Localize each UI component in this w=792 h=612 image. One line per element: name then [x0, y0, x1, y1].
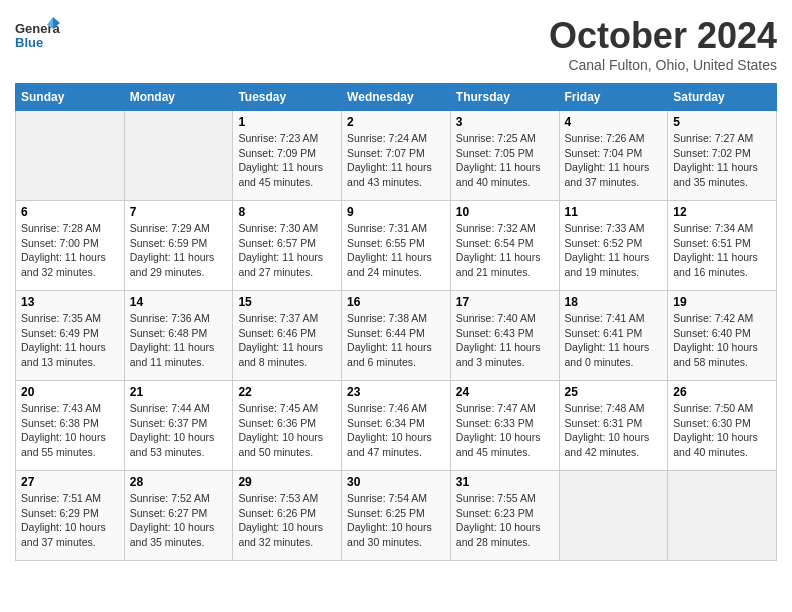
calendar-week-row: 1Sunrise: 7:23 AM Sunset: 7:09 PM Daylig…: [16, 111, 777, 201]
day-number: 5: [673, 115, 771, 129]
calendar-day: [124, 111, 233, 201]
day-number: 23: [347, 385, 445, 399]
calendar-day: 17Sunrise: 7:40 AM Sunset: 6:43 PM Dayli…: [450, 291, 559, 381]
calendar-day: 24Sunrise: 7:47 AM Sunset: 6:33 PM Dayli…: [450, 381, 559, 471]
day-number: 19: [673, 295, 771, 309]
calendar-header: SundayMondayTuesdayWednesdayThursdayFrid…: [16, 84, 777, 111]
calendar-day: 19Sunrise: 7:42 AM Sunset: 6:40 PM Dayli…: [668, 291, 777, 381]
day-number: 6: [21, 205, 119, 219]
day-number: 3: [456, 115, 554, 129]
day-number: 2: [347, 115, 445, 129]
day-number: 31: [456, 475, 554, 489]
day-number: 18: [565, 295, 663, 309]
calendar-day: 22Sunrise: 7:45 AM Sunset: 6:36 PM Dayli…: [233, 381, 342, 471]
calendar-day: [559, 471, 668, 561]
calendar-day: 7Sunrise: 7:29 AM Sunset: 6:59 PM Daylig…: [124, 201, 233, 291]
day-info: Sunrise: 7:33 AM Sunset: 6:52 PM Dayligh…: [565, 221, 663, 280]
day-info: Sunrise: 7:40 AM Sunset: 6:43 PM Dayligh…: [456, 311, 554, 370]
calendar-day: 2Sunrise: 7:24 AM Sunset: 7:07 PM Daylig…: [342, 111, 451, 201]
calendar-day: 14Sunrise: 7:36 AM Sunset: 6:48 PM Dayli…: [124, 291, 233, 381]
calendar-day: 6Sunrise: 7:28 AM Sunset: 7:00 PM Daylig…: [16, 201, 125, 291]
calendar-week-row: 20Sunrise: 7:43 AM Sunset: 6:38 PM Dayli…: [16, 381, 777, 471]
calendar-day: 1Sunrise: 7:23 AM Sunset: 7:09 PM Daylig…: [233, 111, 342, 201]
day-info: Sunrise: 7:47 AM Sunset: 6:33 PM Dayligh…: [456, 401, 554, 460]
day-info: Sunrise: 7:31 AM Sunset: 6:55 PM Dayligh…: [347, 221, 445, 280]
day-info: Sunrise: 7:52 AM Sunset: 6:27 PM Dayligh…: [130, 491, 228, 550]
calendar-day: 30Sunrise: 7:54 AM Sunset: 6:25 PM Dayli…: [342, 471, 451, 561]
calendar-day: 9Sunrise: 7:31 AM Sunset: 6:55 PM Daylig…: [342, 201, 451, 291]
weekday-header: Sunday: [16, 84, 125, 111]
calendar-day: 23Sunrise: 7:46 AM Sunset: 6:34 PM Dayli…: [342, 381, 451, 471]
calendar-day: 21Sunrise: 7:44 AM Sunset: 6:37 PM Dayli…: [124, 381, 233, 471]
calendar-day: 13Sunrise: 7:35 AM Sunset: 6:49 PM Dayli…: [16, 291, 125, 381]
weekday-header: Friday: [559, 84, 668, 111]
day-info: Sunrise: 7:27 AM Sunset: 7:02 PM Dayligh…: [673, 131, 771, 190]
day-info: Sunrise: 7:45 AM Sunset: 6:36 PM Dayligh…: [238, 401, 336, 460]
calendar-table: SundayMondayTuesdayWednesdayThursdayFrid…: [15, 83, 777, 561]
day-info: Sunrise: 7:51 AM Sunset: 6:29 PM Dayligh…: [21, 491, 119, 550]
day-info: Sunrise: 7:42 AM Sunset: 6:40 PM Dayligh…: [673, 311, 771, 370]
day-number: 29: [238, 475, 336, 489]
calendar-day: 20Sunrise: 7:43 AM Sunset: 6:38 PM Dayli…: [16, 381, 125, 471]
day-info: Sunrise: 7:34 AM Sunset: 6:51 PM Dayligh…: [673, 221, 771, 280]
month-title: October 2024: [549, 15, 777, 57]
day-number: 12: [673, 205, 771, 219]
calendar-day: 26Sunrise: 7:50 AM Sunset: 6:30 PM Dayli…: [668, 381, 777, 471]
day-info: Sunrise: 7:26 AM Sunset: 7:04 PM Dayligh…: [565, 131, 663, 190]
page-header: General Blue October 2024 Canal Fulton, …: [15, 15, 777, 73]
day-number: 4: [565, 115, 663, 129]
calendar-day: 29Sunrise: 7:53 AM Sunset: 6:26 PM Dayli…: [233, 471, 342, 561]
day-number: 16: [347, 295, 445, 309]
day-number: 30: [347, 475, 445, 489]
weekday-header: Monday: [124, 84, 233, 111]
calendar-day: 5Sunrise: 7:27 AM Sunset: 7:02 PM Daylig…: [668, 111, 777, 201]
calendar-day: 12Sunrise: 7:34 AM Sunset: 6:51 PM Dayli…: [668, 201, 777, 291]
calendar-day: 16Sunrise: 7:38 AM Sunset: 6:44 PM Dayli…: [342, 291, 451, 381]
day-number: 11: [565, 205, 663, 219]
title-block: October 2024 Canal Fulton, Ohio, United …: [549, 15, 777, 73]
day-info: Sunrise: 7:54 AM Sunset: 6:25 PM Dayligh…: [347, 491, 445, 550]
calendar-day: 25Sunrise: 7:48 AM Sunset: 6:31 PM Dayli…: [559, 381, 668, 471]
day-number: 1: [238, 115, 336, 129]
day-info: Sunrise: 7:28 AM Sunset: 7:00 PM Dayligh…: [21, 221, 119, 280]
day-info: Sunrise: 7:46 AM Sunset: 6:34 PM Dayligh…: [347, 401, 445, 460]
day-info: Sunrise: 7:41 AM Sunset: 6:41 PM Dayligh…: [565, 311, 663, 370]
day-info: Sunrise: 7:44 AM Sunset: 6:37 PM Dayligh…: [130, 401, 228, 460]
day-number: 26: [673, 385, 771, 399]
day-info: Sunrise: 7:24 AM Sunset: 7:07 PM Dayligh…: [347, 131, 445, 190]
calendar-day: 28Sunrise: 7:52 AM Sunset: 6:27 PM Dayli…: [124, 471, 233, 561]
calendar-day: [16, 111, 125, 201]
day-info: Sunrise: 7:55 AM Sunset: 6:23 PM Dayligh…: [456, 491, 554, 550]
calendar-day: 4Sunrise: 7:26 AM Sunset: 7:04 PM Daylig…: [559, 111, 668, 201]
calendar-week-row: 13Sunrise: 7:35 AM Sunset: 6:49 PM Dayli…: [16, 291, 777, 381]
day-number: 10: [456, 205, 554, 219]
day-info: Sunrise: 7:30 AM Sunset: 6:57 PM Dayligh…: [238, 221, 336, 280]
day-info: Sunrise: 7:36 AM Sunset: 6:48 PM Dayligh…: [130, 311, 228, 370]
day-info: Sunrise: 7:48 AM Sunset: 6:31 PM Dayligh…: [565, 401, 663, 460]
day-info: Sunrise: 7:23 AM Sunset: 7:09 PM Dayligh…: [238, 131, 336, 190]
calendar-day: 11Sunrise: 7:33 AM Sunset: 6:52 PM Dayli…: [559, 201, 668, 291]
day-info: Sunrise: 7:35 AM Sunset: 6:49 PM Dayligh…: [21, 311, 119, 370]
day-number: 15: [238, 295, 336, 309]
day-number: 27: [21, 475, 119, 489]
calendar-day: 18Sunrise: 7:41 AM Sunset: 6:41 PM Dayli…: [559, 291, 668, 381]
weekday-header: Tuesday: [233, 84, 342, 111]
day-info: Sunrise: 7:29 AM Sunset: 6:59 PM Dayligh…: [130, 221, 228, 280]
weekday-header: Saturday: [668, 84, 777, 111]
day-info: Sunrise: 7:37 AM Sunset: 6:46 PM Dayligh…: [238, 311, 336, 370]
day-info: Sunrise: 7:53 AM Sunset: 6:26 PM Dayligh…: [238, 491, 336, 550]
calendar-day: 10Sunrise: 7:32 AM Sunset: 6:54 PM Dayli…: [450, 201, 559, 291]
day-number: 24: [456, 385, 554, 399]
calendar-day: 8Sunrise: 7:30 AM Sunset: 6:57 PM Daylig…: [233, 201, 342, 291]
day-number: 17: [456, 295, 554, 309]
day-info: Sunrise: 7:50 AM Sunset: 6:30 PM Dayligh…: [673, 401, 771, 460]
day-info: Sunrise: 7:38 AM Sunset: 6:44 PM Dayligh…: [347, 311, 445, 370]
calendar-day: 15Sunrise: 7:37 AM Sunset: 6:46 PM Dayli…: [233, 291, 342, 381]
day-number: 7: [130, 205, 228, 219]
location: Canal Fulton, Ohio, United States: [549, 57, 777, 73]
day-info: Sunrise: 7:25 AM Sunset: 7:05 PM Dayligh…: [456, 131, 554, 190]
calendar-day: 31Sunrise: 7:55 AM Sunset: 6:23 PM Dayli…: [450, 471, 559, 561]
day-number: 8: [238, 205, 336, 219]
day-number: 22: [238, 385, 336, 399]
calendar-body: 1Sunrise: 7:23 AM Sunset: 7:09 PM Daylig…: [16, 111, 777, 561]
